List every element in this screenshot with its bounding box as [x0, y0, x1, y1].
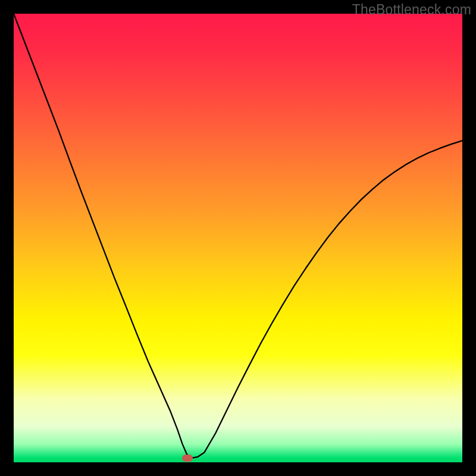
chart-frame: TheBottleneck.com [0, 0, 476, 476]
chart-background-gradient [14, 14, 462, 462]
